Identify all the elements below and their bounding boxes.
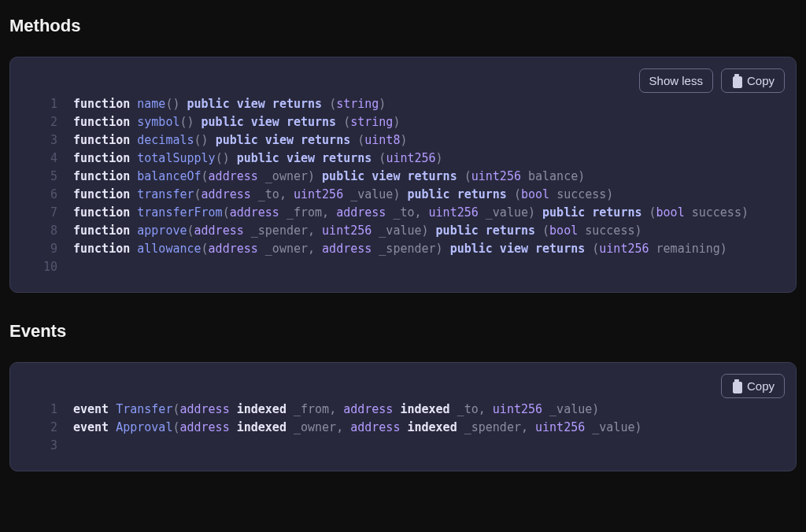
events-heading: Events <box>9 321 797 342</box>
line-number: 5 <box>23 168 73 186</box>
copy-button[interactable]: Copy <box>721 68 785 93</box>
line-content: function decimals() public view returns … <box>73 131 783 150</box>
line-number: 4 <box>23 150 73 168</box>
copy-label: Copy <box>747 74 775 87</box>
code-line: 7function transferFrom(address _from, ad… <box>23 204 783 222</box>
line-content: function balanceOf(address _owner) publi… <box>73 168 783 186</box>
line-number: 2 <box>23 113 73 131</box>
events-code: 1event Transfer(address indexed _from, a… <box>23 401 783 455</box>
line-content: function transfer(address _to, uint256 _… <box>73 186 783 204</box>
code-line: 3 <box>23 437 783 455</box>
clipboard-icon <box>731 75 742 87</box>
line-number: 8 <box>23 222 73 240</box>
methods-heading: Methods <box>9 16 797 36</box>
show-less-button[interactable]: Show less <box>639 68 713 93</box>
line-number: 3 <box>23 131 73 150</box>
code-line: 10 <box>23 258 783 276</box>
line-number: 6 <box>23 186 73 204</box>
code-line: 2event Approval(address indexed _owner, … <box>23 419 783 437</box>
methods-code-block: Show less Copy 1function name() public v… <box>9 57 797 293</box>
events-code-block: Copy 1event Transfer(address indexed _fr… <box>9 362 797 471</box>
line-number: 1 <box>23 95 73 113</box>
clipboard-icon <box>731 380 742 393</box>
copy-label: Copy <box>747 379 775 393</box>
code-line: 9function allowance(address _owner, addr… <box>23 240 783 258</box>
line-content: function allowance(address _owner, addre… <box>73 240 783 258</box>
line-number: 7 <box>23 204 73 222</box>
line-content: function approve(address _spender, uint2… <box>73 222 783 240</box>
code-line: 1event Transfer(address indexed _from, a… <box>23 401 783 419</box>
code-line: 4function totalSupply() public view retu… <box>23 150 783 168</box>
line-content: function transferFrom(address _from, add… <box>73 204 783 222</box>
line-content: event Approval(address indexed _owner, a… <box>73 419 783 437</box>
methods-code: 1function name() public view returns (st… <box>23 95 783 276</box>
line-content <box>73 437 783 455</box>
line-content: function symbol() public view returns (s… <box>73 113 783 131</box>
copy-button[interactable]: Copy <box>721 374 785 398</box>
show-less-label: Show less <box>649 74 703 87</box>
line-number: 2 <box>23 419 73 437</box>
line-content: event Transfer(address indexed _from, ad… <box>73 401 783 419</box>
code-line: 8function approve(address _spender, uint… <box>23 222 783 240</box>
line-content <box>73 258 783 276</box>
code-line: 3function decimals() public view returns… <box>23 131 783 150</box>
code-line: 1function name() public view returns (st… <box>23 95 783 113</box>
line-content: function totalSupply() public view retur… <box>73 150 783 168</box>
line-number: 1 <box>23 401 73 419</box>
line-number: 3 <box>23 437 73 455</box>
code-line: 5function balanceOf(address _owner) publ… <box>23 168 783 186</box>
code-line: 6function transfer(address _to, uint256 … <box>23 186 783 204</box>
code-line: 2function symbol() public view returns (… <box>23 113 783 131</box>
events-toolbar: Copy <box>721 374 785 398</box>
methods-toolbar: Show less Copy <box>639 68 785 93</box>
line-number: 9 <box>23 240 73 258</box>
line-number: 10 <box>23 258 73 276</box>
line-content: function name() public view returns (str… <box>73 95 783 113</box>
